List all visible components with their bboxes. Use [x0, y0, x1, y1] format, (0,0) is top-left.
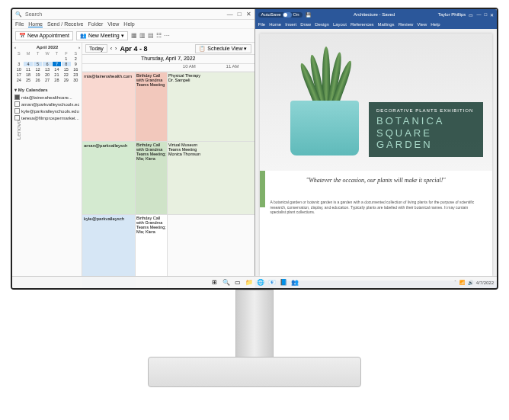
maximize-button[interactable]: □ [484, 12, 487, 17]
task-view-icon[interactable]: ▭ [234, 279, 242, 287]
outlook-icon[interactable]: 📧 [268, 279, 276, 287]
close-button[interactable]: ✕ [246, 11, 251, 18]
menu-folder[interactable]: Folder [88, 21, 103, 27]
edge-icon[interactable]: 🌐 [257, 279, 264, 287]
minimize-button[interactable]: — [227, 11, 233, 18]
ribbon-file[interactable]: File [258, 22, 266, 27]
mini-cal-day[interactable] [53, 56, 61, 61]
new-meeting-button[interactable]: 👥 New Meeting ▾ [76, 31, 128, 40]
calendar-item[interactable]: mia@lairenahealthcare... [14, 94, 79, 101]
mini-calendar[interactable]: ‹April 2022› SMTWTFS12345678910111213141… [14, 45, 80, 82]
mini-cal-day[interactable]: 12 [34, 67, 42, 72]
save-icon[interactable]: 💾 [306, 12, 311, 18]
next-month-icon[interactable]: › [78, 45, 80, 50]
search-input[interactable]: Search [25, 11, 224, 17]
mini-cal-day[interactable]: 11 [24, 67, 32, 72]
menu-file[interactable]: File [15, 21, 24, 27]
ribbon-draw[interactable]: Draw [300, 22, 311, 27]
checkbox-icon[interactable] [14, 108, 20, 114]
mini-cal-day[interactable]: 9 [72, 62, 80, 66]
ribbon-design[interactable]: Design [315, 22, 329, 27]
day-view-icon[interactable]: ▦ [131, 32, 137, 39]
explorer-icon[interactable]: 📁 [245, 279, 253, 287]
mini-cal-day[interactable]: 17 [14, 72, 23, 77]
mini-cal-day[interactable]: 27 [43, 78, 51, 82]
ribbon-insert[interactable]: Insert [285, 22, 296, 27]
mini-cal-day[interactable]: 2 [72, 56, 80, 61]
more-icon[interactable]: ⋯ [164, 32, 170, 39]
mini-cal-day[interactable]: 21 [53, 72, 61, 77]
ribbon-help[interactable]: Help [431, 22, 440, 27]
document-name[interactable]: Architecture - Saved [314, 12, 435, 17]
prev-icon[interactable]: ‹ [110, 46, 112, 51]
mini-cal-day[interactable]: 26 [34, 78, 42, 82]
mini-cal-day[interactable] [24, 56, 32, 61]
mini-cal-day[interactable]: 30 [72, 78, 80, 82]
ribbon-mailings[interactable]: Mailings [378, 22, 395, 27]
close-button[interactable]: ✕ [490, 12, 494, 18]
start-icon[interactable]: ⊞ [211, 279, 219, 287]
menu-view[interactable]: View [107, 21, 119, 27]
volume-icon[interactable]: 🔊 [468, 280, 473, 285]
schedule-free[interactable]: Virtual MuseumTeams MeetingMonica Thomso… [168, 141, 254, 215]
mini-cal-day[interactable]: 24 [14, 78, 23, 82]
mini-cal-day[interactable]: 28 [53, 78, 61, 82]
week-view-icon[interactable]: ▥ [139, 32, 146, 39]
teams-icon[interactable]: 👥 [291, 279, 299, 287]
mini-cal-day[interactable]: 4 [24, 62, 32, 66]
mini-cal-day[interactable]: 22 [62, 72, 70, 77]
ribbon-review[interactable]: Review [399, 22, 414, 27]
menu-sendreceive[interactable]: Send / Receive [47, 21, 83, 27]
calendar-item[interactable]: teresa@filmprospermarket... [14, 114, 79, 121]
mini-cal-day[interactable]: 16 [72, 67, 80, 72]
menu-home[interactable]: Home [28, 21, 43, 27]
word-document[interactable]: DECORATIVE PLANTS EXHIBITION BOTANICA SQ… [260, 34, 493, 276]
wifi-icon[interactable]: 📶 [459, 280, 465, 285]
mini-cal-day[interactable]: 1 [62, 56, 70, 61]
month-view-icon[interactable]: ▤ [148, 32, 154, 39]
mini-cal-day[interactable]: 20 [43, 72, 51, 77]
mini-cal-day[interactable]: 6 [43, 62, 51, 66]
mini-cal-day[interactable]: 14 [53, 67, 61, 72]
mini-cal-day[interactable]: 3 [14, 62, 23, 66]
calendar-item[interactable]: kyle@parkvalleyschools.edu [14, 107, 79, 114]
user-label[interactable]: Taylor Phillips [438, 12, 466, 17]
mini-cal-day[interactable]: 23 [72, 72, 80, 77]
mini-cal-day[interactable]: 5 [34, 62, 42, 66]
menu-help[interactable]: Help [123, 21, 134, 27]
checkbox-icon[interactable] [14, 101, 20, 107]
maximize-button[interactable]: □ [238, 11, 242, 18]
minimize-button[interactable]: — [476, 12, 481, 17]
ribbon-home[interactable]: Home [269, 22, 281, 27]
mini-cal-day[interactable]: 25 [24, 78, 32, 82]
ribbon-references[interactable]: References [351, 22, 374, 27]
ribbon-options-icon[interactable]: ▭ [469, 12, 473, 18]
search-icon[interactable]: 🔍 [222, 279, 230, 287]
mini-cal-day[interactable] [14, 56, 23, 61]
checkbox-icon[interactable] [14, 95, 20, 100]
schedule-event[interactable]: Birthday Call with GrandmaTeams Meeting [136, 72, 168, 141]
mini-cal-day[interactable]: 19 [34, 72, 42, 77]
schedule-event[interactable]: Birthday Call with GrandmaTeams Meeting;… [136, 141, 168, 215]
mini-cal-day[interactable]: 10 [14, 67, 23, 72]
today-button[interactable]: Today [85, 44, 107, 53]
schedule-free[interactable]: Physical TherapyDr. Sampeli [168, 72, 254, 141]
view-selector[interactable]: 📋 Schedule View ▾ [195, 44, 251, 53]
calendar-item[interactable]: aman@parkvalleyschools.edu [14, 101, 79, 107]
my-calendars-label[interactable]: ▾ My Calendars [14, 87, 79, 92]
schedule-person[interactable]: aman@parkvalleysch [82, 141, 136, 215]
next-icon[interactable]: › [115, 46, 117, 51]
new-appointment-button[interactable]: 📅 New Appointment [15, 31, 73, 40]
tray-chevron-icon[interactable]: ˄ [454, 280, 456, 285]
schedule-grid[interactable]: mia@lairenahealth.comBirthday Call with … [82, 72, 254, 288]
mini-cal-day[interactable]: 18 [24, 72, 32, 77]
ribbon-view[interactable]: View [417, 22, 427, 27]
mini-cal-day[interactable] [43, 56, 51, 61]
schedule-person[interactable]: mia@lairenahealth.com [82, 72, 136, 141]
mini-cal-day[interactable] [34, 56, 42, 61]
mini-cal-day[interactable]: 7 [53, 62, 61, 66]
taskbar-date[interactable]: 4/7/2022 [476, 281, 494, 285]
schedule-view-icon[interactable]: ☷ [156, 32, 162, 39]
mini-cal-day[interactable]: 15 [62, 67, 70, 72]
ribbon-layout[interactable]: Layout [333, 22, 347, 27]
